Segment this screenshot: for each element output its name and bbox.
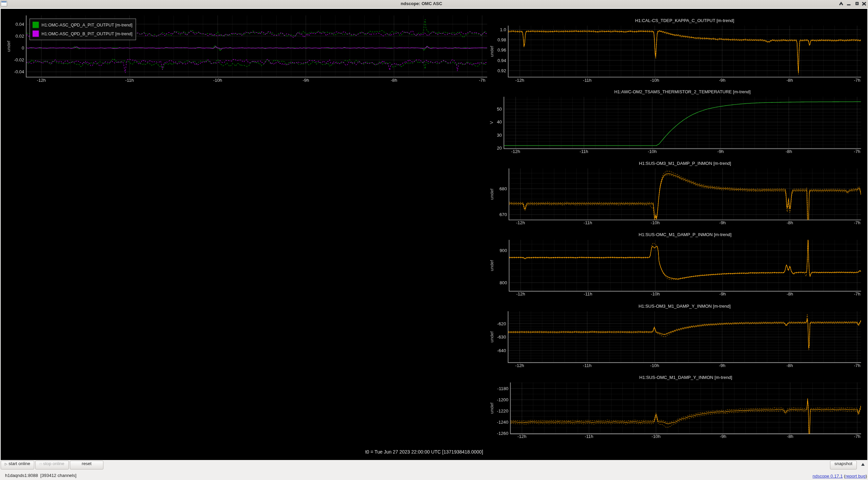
- svg-text:-8h: -8h: [787, 291, 793, 296]
- svg-text:-12h: -12h: [515, 78, 524, 83]
- svg-text:30: 30: [497, 133, 502, 138]
- svg-text:-640: -640: [497, 348, 506, 353]
- svg-text:0.94: 0.94: [497, 58, 506, 63]
- svg-text:-7h: -7h: [854, 363, 860, 368]
- svg-text:-1260: -1260: [497, 431, 509, 436]
- svg-text:-7h: -7h: [854, 149, 860, 154]
- svg-text:-9h: -9h: [302, 78, 309, 83]
- svg-text:-12h: -12h: [37, 78, 46, 83]
- svg-text:H1:OMC-ASC_QPD_B_PIT_OUTPUT [m: H1:OMC-ASC_QPD_B_PIT_OUTPUT [m-trend]: [42, 32, 133, 36]
- svg-text:-7h: -7h: [854, 78, 860, 83]
- svg-text:-1180: -1180: [497, 386, 509, 391]
- svg-text:680: 680: [499, 186, 507, 191]
- svg-text:-9h: -9h: [717, 149, 724, 154]
- svg-text:0.02: 0.02: [16, 34, 24, 39]
- svg-text:-7h: -7h: [854, 434, 861, 439]
- svg-text:undef: undef: [6, 41, 11, 52]
- svg-text:-12h: -12h: [517, 434, 526, 439]
- svg-text:-11h: -11h: [584, 220, 592, 225]
- svg-text:H1:CAL-CS_TDEP_KAPPA_C_OUTPUT: H1:CAL-CS_TDEP_KAPPA_C_OUTPUT [m-trend]: [635, 18, 734, 23]
- svg-text:-9h: -9h: [719, 363, 725, 368]
- svg-text:-11h: -11h: [583, 78, 591, 83]
- svg-text:-8h: -8h: [786, 149, 792, 154]
- svg-text:40: 40: [497, 119, 502, 124]
- svg-text:-11h: -11h: [579, 149, 588, 154]
- svg-text:undef: undef: [490, 331, 495, 343]
- svg-text:H1:SUS-OMC_M1_DAMP_Y_INMON [m-: H1:SUS-OMC_M1_DAMP_Y_INMON [m-trend]: [639, 375, 732, 380]
- svg-text:-7h: -7h: [479, 78, 485, 83]
- svg-text:-11h: -11h: [585, 434, 593, 439]
- svg-text:-11h: -11h: [584, 291, 592, 296]
- svg-text:-1200: -1200: [497, 397, 509, 402]
- svg-text:V: V: [489, 121, 494, 124]
- svg-text:H1:OMC-ASC_QPD_A_PIT_OUTPUT [m: H1:OMC-ASC_QPD_A_PIT_OUTPUT [m-trend]: [42, 23, 133, 27]
- svg-text:-12h: -12h: [511, 149, 520, 154]
- svg-text:-9h: -9h: [719, 291, 726, 296]
- svg-text:-10h: -10h: [652, 434, 660, 439]
- svg-text:-9h: -9h: [719, 220, 726, 225]
- svg-text:800: 800: [499, 280, 507, 285]
- svg-text:-12h: -12h: [515, 363, 524, 368]
- svg-text:0.04: 0.04: [16, 22, 24, 27]
- svg-text:-620: -620: [497, 321, 506, 326]
- svg-text:H1:SUS-OM3_M1_DAMP_P_INMON [m-: H1:SUS-OM3_M1_DAMP_P_INMON [m-trend]: [639, 161, 731, 166]
- svg-text:H1:SUS-OM3_M1_DAMP_Y_INMON [m-: H1:SUS-OM3_M1_DAMP_Y_INMON [m-trend]: [638, 304, 731, 309]
- svg-text:0.96: 0.96: [497, 47, 506, 53]
- svg-text:undef: undef: [490, 403, 495, 414]
- svg-text:-12h: -12h: [516, 291, 525, 296]
- svg-text:-12h: -12h: [516, 220, 525, 225]
- svg-text:-8h: -8h: [787, 220, 793, 225]
- svg-text:undef: undef: [490, 46, 495, 57]
- svg-text:-10h: -10h: [650, 78, 659, 83]
- svg-text:-10h: -10h: [213, 78, 222, 83]
- svg-text:-0.04: -0.04: [14, 69, 24, 74]
- svg-text:-8h: -8h: [787, 434, 793, 439]
- svg-text:-630: -630: [497, 334, 506, 340]
- svg-text:20: 20: [497, 146, 502, 151]
- svg-text:-9h: -9h: [720, 434, 726, 439]
- svg-text:-10h: -10h: [651, 220, 659, 225]
- svg-text:-1240: -1240: [497, 420, 509, 425]
- svg-text:0.98: 0.98: [497, 37, 506, 42]
- svg-text:-11h: -11h: [583, 363, 591, 368]
- svg-text:-7h: -7h: [854, 220, 860, 225]
- svg-text:-10h: -10h: [651, 291, 659, 296]
- svg-text:t0 = Tue Jun 27 2023 22:00:00: t0 = Tue Jun 27 2023 22:00:00 UTC [13719…: [365, 449, 483, 455]
- svg-text:-7h: -7h: [854, 291, 860, 296]
- svg-text:-10h: -10h: [648, 149, 656, 154]
- svg-text:-8h: -8h: [391, 78, 397, 83]
- svg-text:-10h: -10h: [650, 363, 659, 368]
- svg-text:1.0: 1.0: [500, 27, 506, 32]
- svg-text:900: 900: [499, 248, 507, 253]
- svg-text:undef: undef: [490, 189, 495, 200]
- svg-text:0: 0: [22, 45, 24, 51]
- svg-text:H1:AWC-OM2_TSAMS_THERMISTOR_2_: H1:AWC-OM2_TSAMS_THERMISTOR_2_TEMPERATUR…: [614, 89, 751, 94]
- svg-text:0.92: 0.92: [497, 68, 506, 73]
- svg-text:-9h: -9h: [719, 78, 725, 83]
- svg-text:-8h: -8h: [786, 363, 793, 368]
- svg-text:H1:SUS-OMC_M1_DAMP_P_INMON [m-: H1:SUS-OMC_M1_DAMP_P_INMON [m-trend]: [639, 232, 732, 237]
- svg-text:-8h: -8h: [786, 78, 793, 83]
- svg-text:-1220: -1220: [497, 408, 509, 414]
- svg-text:undef: undef: [490, 260, 495, 271]
- svg-text:-0.02: -0.02: [14, 57, 24, 62]
- svg-text:-11h: -11h: [125, 78, 134, 83]
- svg-text:670: 670: [499, 212, 507, 217]
- svg-text:50: 50: [497, 107, 502, 112]
